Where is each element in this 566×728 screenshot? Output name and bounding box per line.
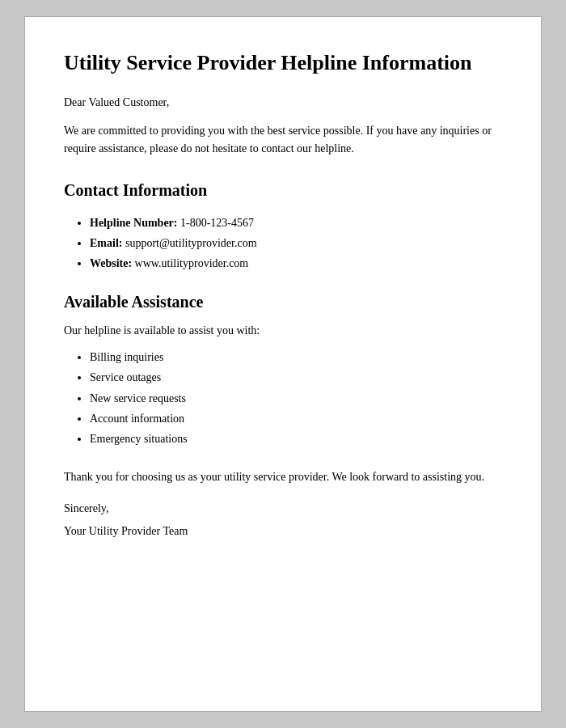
list-item: Billing inquiries xyxy=(90,347,502,367)
signature-text: Your Utility Provider Team xyxy=(64,525,502,538)
assistance-section-heading: Available Assistance xyxy=(64,293,502,311)
list-item: Emergency situations xyxy=(90,429,502,449)
contact-list: Helpline Number: 1-800-123-4567 Email: s… xyxy=(64,213,502,274)
sincerely-text: Sincerely, xyxy=(64,502,502,515)
email-label: Email: xyxy=(90,237,122,249)
assistance-intro-text: Our helpline is available to assist you … xyxy=(64,324,502,337)
list-item: Account information xyxy=(90,408,502,429)
helpline-value: 1-800-123-4567 xyxy=(180,217,254,229)
email-value: support@utilityprovider.com xyxy=(125,237,257,249)
document-title: Utility Service Provider Helpline Inform… xyxy=(64,49,502,77)
intro-paragraph: We are committed to providing you with t… xyxy=(64,122,502,159)
helpline-label: Helpline Number: xyxy=(90,217,178,229)
website-label: Website: xyxy=(90,257,132,269)
assistance-list: Billing inquiries Service outages New se… xyxy=(64,347,502,449)
document-container: Utility Service Provider Helpline Inform… xyxy=(24,16,542,712)
list-item: Website: www.utilityprovider.com xyxy=(90,253,502,273)
list-item: Email: support@utilityprovider.com xyxy=(90,233,502,253)
list-item: New service requests xyxy=(90,388,502,408)
closing-paragraph: Thank you for choosing us as your utilit… xyxy=(64,468,502,486)
greeting-text: Dear Valued Customer, xyxy=(64,96,502,109)
contact-section-heading: Contact Information xyxy=(64,181,502,200)
website-value: www.utilityprovider.com xyxy=(135,257,249,269)
list-item: Helpline Number: 1-800-123-4567 xyxy=(90,213,502,233)
list-item: Service outages xyxy=(90,367,502,387)
